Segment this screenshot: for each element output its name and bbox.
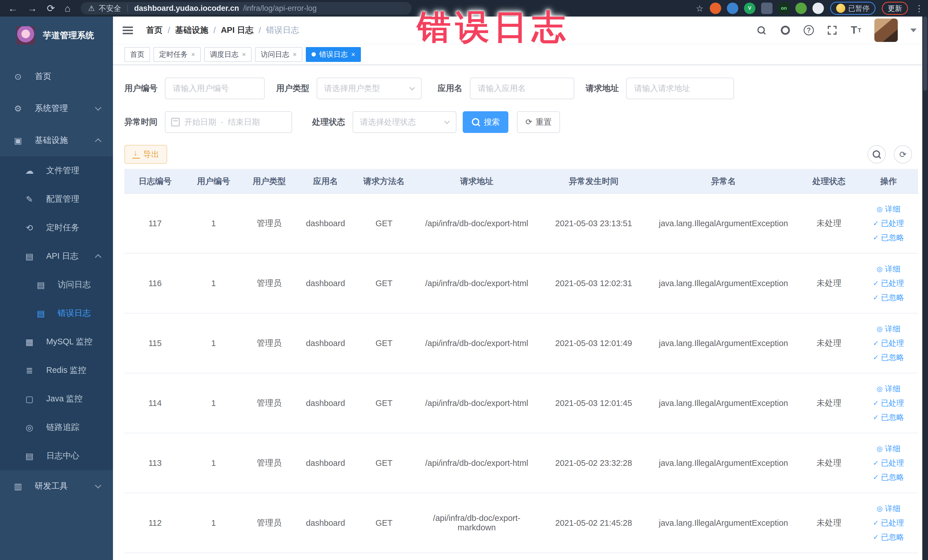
cell-time: 2021-05-03 23:13:51 xyxy=(539,194,648,253)
reset-button[interactable]: ⟳ 重置 xyxy=(517,111,560,133)
action-已处理[interactable]: ✓已处理 xyxy=(873,458,904,468)
search-icon[interactable] xyxy=(756,24,767,36)
reload-icon[interactable]: ⟳ xyxy=(47,0,55,17)
page-scrollbar[interactable] xyxy=(922,17,928,560)
top-navbar: 首页/基础设施/API 日志/错误日志 ? xyxy=(113,17,928,44)
action-详细[interactable]: ◎详细 xyxy=(877,264,901,274)
sidebar-item-文件管理[interactable]: ☁文件管理 xyxy=(0,156,113,185)
sidebar-item-label: Java 监控 xyxy=(46,393,82,404)
cell-exception: java.lang.IllegalArgumentException xyxy=(648,493,799,552)
logo-avatar xyxy=(17,26,35,44)
action-已忽略[interactable]: ✓已忽略 xyxy=(873,232,904,243)
sidebar-item-首页[interactable]: ⊙首页 xyxy=(0,61,113,92)
tag-错误日志[interactable]: 错误日志× xyxy=(306,47,361,62)
sidebar-item-错误日志[interactable]: ▤错误日志 xyxy=(0,299,113,328)
sidebar-logo[interactable]: 芋道管理系统 xyxy=(0,17,113,53)
redis-icon: ≣ xyxy=(24,365,34,375)
action-详细[interactable]: ◎详细 xyxy=(877,204,901,214)
forward-icon[interactable]: → xyxy=(27,0,37,17)
action-详细[interactable]: ◎详细 xyxy=(877,384,901,394)
close-icon[interactable]: × xyxy=(351,50,355,58)
sidebar-item-链路追踪[interactable]: ◎链路追踪 xyxy=(0,413,113,442)
action-label: 已忽略 xyxy=(881,232,904,243)
user-type-select[interactable]: 请选择用户类型 xyxy=(317,78,422,99)
ext-grid-icon[interactable] xyxy=(761,3,772,14)
action-已忽略[interactable]: ✓已忽略 xyxy=(873,472,904,482)
github-icon[interactable] xyxy=(780,24,791,36)
fullscreen-icon[interactable] xyxy=(826,24,838,36)
close-icon[interactable]: × xyxy=(191,50,195,58)
paused-label: 已暂停 xyxy=(848,4,870,13)
sidebar-item-基础设施[interactable]: ▣基础设施 xyxy=(0,124,113,156)
breadcrumb-item[interactable]: API 日志 xyxy=(221,24,253,36)
breadcrumb-item[interactable]: 首页 xyxy=(146,24,163,36)
check-icon: ✓ xyxy=(873,399,879,407)
user-avatar[interactable] xyxy=(875,18,898,42)
help-icon[interactable]: ? xyxy=(804,25,814,35)
close-icon[interactable]: × xyxy=(293,50,297,58)
profile-paused-pill[interactable]: 已暂停 xyxy=(830,2,876,15)
cell-method: GET xyxy=(354,194,414,253)
search-button[interactable]: 搜索 xyxy=(463,111,508,133)
tag-定时任务[interactable]: 定时任务× xyxy=(154,47,201,62)
process-status-select[interactable]: 请选择处理状态 xyxy=(353,111,456,133)
sidebar-item-MySQL 监控[interactable]: ▦MySQL 监控 xyxy=(0,328,113,356)
sidebar-item-定时任务[interactable]: ⟲定时任务 xyxy=(0,214,113,242)
ext-orange-icon[interactable] xyxy=(710,3,721,14)
close-icon[interactable]: × xyxy=(242,50,246,58)
column-header-user_id: 用户编号 xyxy=(186,169,241,193)
avatar-caret-down-icon[interactable] xyxy=(910,29,917,32)
sidebar-item-Redis 监控[interactable]: ≣Redis 监控 xyxy=(0,356,113,385)
sidebar-menu: ⊙首页⚙系统管理▣基础设施☁文件管理✎配置管理⟲定时任务▤API 日志▤访问日志… xyxy=(0,61,113,502)
action-已处理[interactable]: ✓已处理 xyxy=(873,338,904,348)
action-已处理[interactable]: ✓已处理 xyxy=(873,398,904,408)
ext-blue-shield-icon[interactable] xyxy=(727,3,738,14)
breadcrumb-item[interactable]: 基础设施 xyxy=(175,24,208,36)
sidebar-item-研发工具[interactable]: ▥研发工具 xyxy=(0,470,113,502)
cell-exception: java.lang.IllegalArgumentException xyxy=(648,374,799,433)
sidebar-item-Java 监控[interactable]: ▢Java 监控 xyxy=(0,385,113,413)
font-size-icon[interactable] xyxy=(850,24,862,36)
address-bar[interactable]: ⚠ 不安全 dashboard.yudao.iocoder.cn/infra/l… xyxy=(81,2,412,15)
tag-首页[interactable]: 首页 xyxy=(124,47,150,62)
action-已忽略[interactable]: ✓已忽略 xyxy=(873,352,904,363)
ext-puzzle-icon[interactable] xyxy=(812,3,824,14)
bookmark-star-icon[interactable]: ☆ xyxy=(696,3,704,14)
ext-green-v-icon[interactable]: V xyxy=(744,3,756,14)
action-详细[interactable]: ◎详细 xyxy=(877,444,901,454)
tag-调度日志[interactable]: 调度日志× xyxy=(204,47,252,62)
back-icon[interactable]: ← xyxy=(8,0,18,17)
browser-update-button[interactable]: 更新 xyxy=(882,2,908,15)
action-已忽略[interactable]: ✓已忽略 xyxy=(873,532,904,542)
sidebar-item-配置管理[interactable]: ✎配置管理 xyxy=(0,185,113,214)
refresh-icon: ⟳ xyxy=(525,118,532,126)
ext-green-leaf-icon[interactable] xyxy=(795,3,807,14)
action-详细[interactable]: ◎详细 xyxy=(877,324,901,334)
action-已忽略[interactable]: ✓已忽略 xyxy=(873,412,904,423)
sidebar-item-访问日志[interactable]: ▤访问日志 xyxy=(0,270,113,299)
action-详细[interactable]: ◎详细 xyxy=(877,504,901,514)
hamburger-icon[interactable] xyxy=(123,30,133,31)
action-已处理[interactable]: ✓已处理 xyxy=(873,278,904,288)
export-button[interactable]: 导出 xyxy=(124,145,167,164)
home-icon[interactable]: ⌂ xyxy=(65,0,71,17)
action-已忽略[interactable]: ✓已忽略 xyxy=(873,292,904,303)
sidebar-item-日志中心[interactable]: ▤日志中心 xyxy=(0,442,113,470)
toggle-search-button[interactable] xyxy=(867,145,886,163)
cell-status: 未处理 xyxy=(799,194,859,253)
action-已处理[interactable]: ✓已处理 xyxy=(873,218,904,229)
refresh-table-button[interactable]: ⟳ xyxy=(894,145,912,163)
exception-time-range-picker[interactable]: 开始日期 - 结束日期 xyxy=(165,111,292,133)
action-label: 详细 xyxy=(885,264,901,274)
action-已处理[interactable]: ✓已处理 xyxy=(873,518,904,528)
ext-on-badge-icon[interactable]: on xyxy=(778,3,790,14)
browser-menu-dots-icon[interactable]: ⋮ xyxy=(914,3,923,14)
user-id-input[interactable] xyxy=(165,78,265,99)
dashboard-icon: ⊙ xyxy=(13,72,23,82)
tag-访问日志[interactable]: 访问日志× xyxy=(255,47,302,62)
request-url-input[interactable] xyxy=(626,78,734,99)
sidebar-item-API 日志[interactable]: ▤API 日志 xyxy=(0,242,113,270)
app-name-input[interactable] xyxy=(470,78,574,99)
sidebar-item-系统管理[interactable]: ⚙系统管理 xyxy=(0,92,113,124)
monitor-icon: ▣ xyxy=(13,136,23,145)
